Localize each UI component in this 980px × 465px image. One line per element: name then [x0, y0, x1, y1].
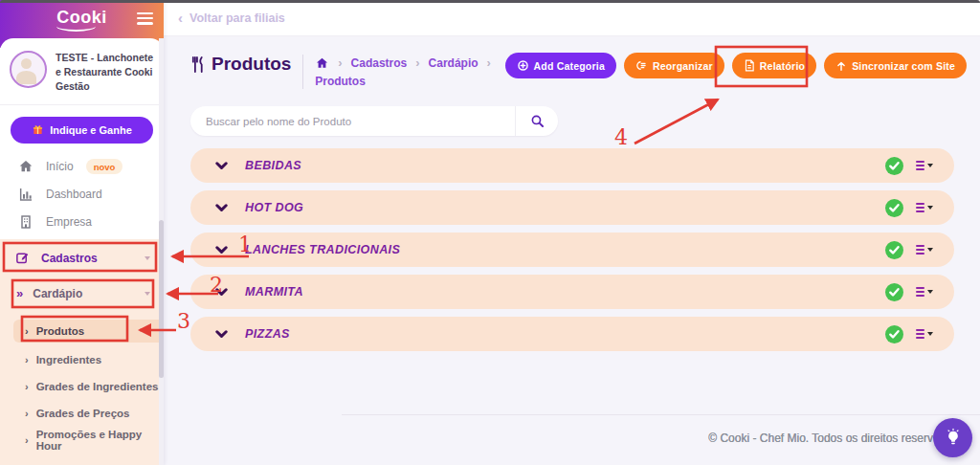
active-check-icon [885, 283, 903, 301]
chevron-down-icon[interactable] [215, 283, 228, 300]
sidebar-item-cardapio[interactable]: » Cardápio [0, 280, 164, 307]
row-menu-button[interactable] [916, 329, 933, 339]
category-row[interactable]: PIZZAS [190, 317, 954, 351]
list-icon [916, 245, 924, 255]
sidebar-item-produtos[interactable]: › Produtos [13, 320, 164, 343]
bar-chart-icon [18, 187, 33, 202]
caret-down-icon [927, 248, 933, 252]
sidebar: Cooki TESTE - Lanchonete e Restaurante C… [0, 0, 164, 465]
row-menu-button[interactable] [916, 245, 933, 255]
chevron-down-icon [145, 256, 150, 260]
sidebar-item-grades-de-precos[interactable]: › Grades de Preços [0, 400, 164, 427]
reorganizar-button[interactable]: Reorganizar [624, 53, 724, 78]
row-menu-button[interactable] [916, 161, 933, 170]
active-check-icon [885, 241, 903, 259]
list-icon [916, 287, 924, 297]
category-row[interactable]: BEBIDAS [190, 148, 954, 183]
main-area: ‹ Voltar para filiais Produtos [164, 0, 980, 465]
chevron-right-icon: › [25, 354, 29, 365]
user-card[interactable]: TESTE - Lanchonete e Restaurante Cooki G… [0, 38, 164, 105]
list-icon [916, 161, 924, 170]
plus-circle-icon [517, 59, 529, 72]
relatorio-button[interactable]: Relatório [732, 53, 816, 78]
lightbulb-icon [943, 428, 964, 449]
active-check-icon [885, 199, 903, 217]
sidebar-item-promocoes[interactable]: › Promoções e Happy Hour [0, 427, 164, 454]
list-icon [916, 329, 924, 339]
sidebar-scrollbar-thumb[interactable] [159, 220, 164, 378]
category-row[interactable]: MARMITA [190, 275, 954, 309]
category-row[interactable]: LANCHES TRADICIONAIS [190, 232, 954, 267]
caret-down-icon [927, 332, 933, 336]
chevron-right-icon: › [415, 55, 419, 70]
sidebar-item-grades-de-ingredientes[interactable]: › Grades de Ingredientes [0, 373, 164, 400]
sidebar-item-label: Início [46, 160, 74, 173]
sidebar-item-label: Cadastros [41, 252, 98, 265]
caret-down-icon [927, 290, 933, 294]
breadcrumb: › Cadastros › Cardápio › Produtos [315, 55, 504, 88]
footer-divider [342, 414, 980, 415]
list-icon [916, 203, 924, 212]
sidebar-item-label: Empresa [46, 215, 92, 229]
sidebar-item-label: Dashboard [46, 188, 102, 201]
sincronizar-com-site-button[interactable]: Sincronizar com Site [824, 53, 967, 78]
gift-icon [32, 123, 44, 136]
chevron-down-icon[interactable] [215, 157, 228, 174]
fork-knife-icon [190, 56, 205, 73]
chevron-down-icon[interactable] [215, 199, 228, 216]
chevron-right-icon: › [338, 55, 342, 70]
cadastros-section: Cadastros » Cardápio › Produtos › Ingred… [0, 239, 164, 465]
sidebar-item-label: Cardápio [33, 287, 82, 300]
help-lightbulb-button[interactable] [933, 418, 972, 457]
search-button[interactable] [515, 106, 558, 136]
sidebar-item-cadastros[interactable]: Cadastros [0, 244, 164, 273]
double-chevron-icon: » [16, 286, 23, 300]
action-buttons: Add Categoria Reorganizar Relat [505, 53, 967, 78]
breadcrumb-produtos[interactable]: Produtos [315, 75, 366, 88]
indique-e-ganhe-button[interactable]: Indique e Ganhe [11, 117, 153, 144]
document-icon [744, 59, 755, 72]
user-name: TESTE - Lanchonete e Restaurante Cooki G… [56, 51, 154, 95]
add-categoria-button[interactable]: Add Categoria [505, 53, 616, 78]
search-input[interactable] [190, 106, 515, 136]
page-title: Produtos [190, 54, 291, 75]
active-check-icon [885, 157, 903, 175]
chevron-right-icon: › [25, 325, 29, 337]
row-menu-button[interactable] [916, 203, 933, 212]
search-box [190, 106, 558, 136]
chevron-down-icon[interactable] [215, 241, 228, 258]
category-label: LANCHES TRADICIONAIS [245, 243, 400, 256]
sidebar-item-label: Grades de Preços [36, 408, 130, 419]
breadcrumb-cadastros[interactable]: Cadastros [351, 56, 408, 70]
caret-down-icon [927, 206, 933, 210]
arrow-up-icon [835, 60, 847, 72]
row-menu-button[interactable] [916, 287, 933, 297]
hamburger-menu-icon[interactable] [137, 12, 153, 25]
page-header: Produtos › Cadastros › Cardápio › Produt… [190, 53, 954, 89]
sidebar-item-inicio[interactable]: Início novo [0, 153, 164, 181]
divider [302, 55, 303, 89]
breadcrumb-cardapio[interactable]: Cardápio [429, 56, 479, 70]
sidebar-item-label: Produtos [36, 325, 84, 337]
sidebar-item-ingredientes[interactable]: › Ingredientes [0, 346, 164, 373]
active-check-icon [885, 325, 903, 343]
sidebar-item-dashboard[interactable]: Dashboard [0, 181, 164, 209]
back-to-filiais-link[interactable]: ‹ Voltar para filiais [164, 0, 980, 36]
novo-badge: novo [86, 159, 123, 174]
category-label: HOT DOG [245, 201, 303, 214]
sidebar-item-label: Ingredientes [36, 354, 101, 365]
sidebar-item-empresa[interactable]: Empresa [0, 209, 164, 236]
avatar [10, 51, 47, 88]
window-top-edge [0, 0, 980, 3]
building-icon [18, 214, 33, 230]
home-icon [18, 159, 33, 174]
category-label: PIZZAS [245, 327, 290, 341]
category-list: BEBIDAS HOT DOG [190, 148, 954, 351]
copyright-text: © Cooki - Chef Mio. Todos os direitos re… [708, 432, 933, 445]
app-window: Cooki TESTE - Lanchonete e Restaurante C… [0, 0, 980, 465]
home-icon[interactable] [315, 56, 329, 70]
reorder-icon [635, 59, 648, 72]
chevron-down-icon[interactable] [215, 325, 228, 343]
sidebar-item-label: Promoções e Happy Hour [36, 429, 164, 452]
category-row[interactable]: HOT DOG [190, 190, 954, 225]
